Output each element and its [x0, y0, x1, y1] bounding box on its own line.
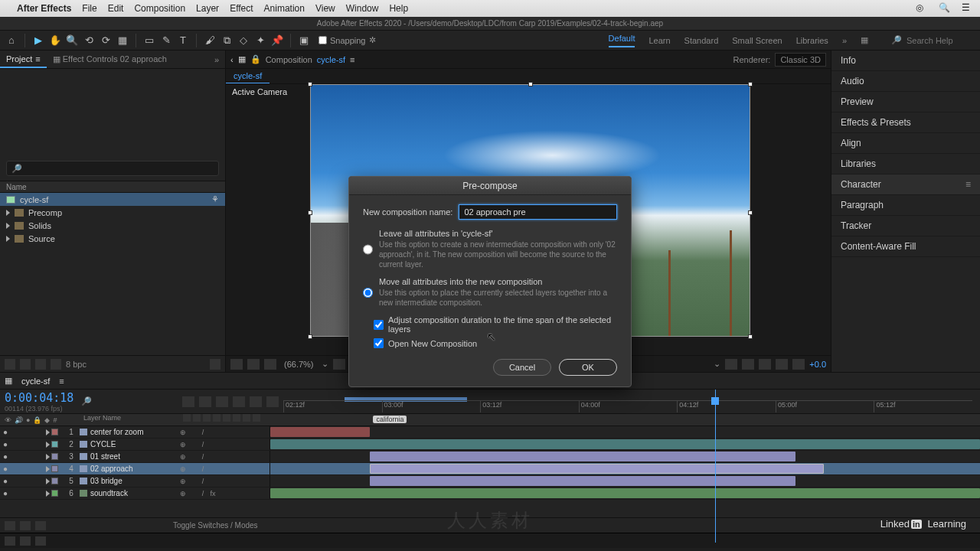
- label-color[interactable]: [51, 478, 58, 484]
- transform-handle[interactable]: [748, 210, 753, 215]
- workspace-learn[interactable]: Learn: [648, 36, 670, 45]
- project-item-precomp[interactable]: Precomp: [0, 206, 225, 219]
- orbit-tool-icon[interactable]: ⟲: [82, 34, 96, 47]
- switch-col-icon[interactable]: [183, 414, 191, 422]
- disclosure-icon[interactable]: [6, 236, 10, 242]
- menu-help[interactable]: Help: [389, 3, 408, 14]
- switch-col-icon[interactable]: [233, 414, 240, 422]
- menu-window[interactable]: Window: [346, 3, 379, 14]
- switch-col-icon[interactable]: [193, 414, 201, 422]
- cc-icon[interactable]: ◎: [916, 2, 928, 15]
- menu-extras-icon[interactable]: ☰: [962, 2, 974, 15]
- disclosure-icon[interactable]: [46, 454, 50, 460]
- menu-animation[interactable]: Animation: [264, 3, 305, 14]
- frame-blend-icon[interactable]: [216, 396, 228, 407]
- menu-effect[interactable]: Effect: [230, 3, 253, 14]
- toggle-switches[interactable]: Toggle Switches / Modes: [173, 521, 258, 530]
- refresh-icon[interactable]: [792, 359, 805, 370]
- brush-tool-icon[interactable]: 🖌: [203, 34, 217, 47]
- workspace-overflow-icon[interactable]: »: [842, 36, 847, 45]
- foot-icon[interactable]: [35, 536, 46, 546]
- tl-zoom-out-icon[interactable]: [20, 521, 31, 530]
- workspace-reset-icon[interactable]: ▦: [861, 35, 868, 45]
- graph-icon[interactable]: [250, 396, 262, 407]
- layer-bar[interactable]: [270, 488, 980, 498]
- layer-track[interactable]: [270, 463, 980, 474]
- menu-view[interactable]: View: [315, 3, 335, 14]
- transform-handle[interactable]: [528, 82, 533, 86]
- layer-row[interactable]: ●2CYCLE⊕/: [0, 439, 980, 451]
- search-help[interactable]: 🔎: [891, 35, 975, 45]
- interpret-icon[interactable]: [5, 359, 15, 370]
- layer-row[interactable]: ●6soundtrack⊕/fx: [0, 487, 980, 500]
- transform-handle[interactable]: [308, 82, 312, 86]
- layer-name[interactable]: CYCLE: [78, 440, 176, 448]
- timeline-search-icon[interactable]: 🔎: [81, 396, 92, 406]
- panel-content-aware-fill[interactable]: Content-Aware Fill: [831, 236, 980, 257]
- menu-edit[interactable]: Edit: [108, 3, 124, 14]
- open-new-comp-checkbox[interactable]: [374, 338, 384, 348]
- playhead[interactable]: [715, 390, 716, 543]
- draft3d-icon[interactable]: [266, 396, 279, 407]
- mask-icon[interactable]: [264, 359, 276, 370]
- snapping-checkbox[interactable]: [318, 36, 327, 44]
- visibility-toggle[interactable]: ●: [0, 465, 11, 473]
- audio-col-icon[interactable]: 🔊: [15, 416, 23, 424]
- project-tab[interactable]: Project ≡: [0, 51, 47, 68]
- project-item-solids[interactable]: Solids: [0, 219, 225, 232]
- panel-effects-presets[interactable]: Effects & Presets: [831, 112, 980, 133]
- bpc-label[interactable]: 8 bpc: [66, 360, 87, 369]
- label-col-icon[interactable]: ◆: [44, 416, 50, 424]
- search-help-input[interactable]: [906, 36, 975, 45]
- comp-name-input[interactable]: [459, 204, 617, 220]
- layer-track[interactable]: [270, 487, 980, 499]
- timecode[interactable]: 0:00:04:18: [5, 391, 74, 405]
- disclosure-icon[interactable]: [46, 429, 50, 435]
- roto-tool-icon[interactable]: ✦: [253, 34, 267, 47]
- disclosure-icon[interactable]: [46, 442, 50, 448]
- clone-tool-icon[interactable]: ⧉: [220, 34, 234, 47]
- text-tool-icon[interactable]: T: [176, 34, 190, 47]
- layer-name[interactable]: center for zoom: [78, 428, 176, 436]
- transform-handle[interactable]: [748, 82, 753, 86]
- shy-icon[interactable]: [199, 396, 211, 407]
- home-icon[interactable]: ⌂: [5, 34, 18, 47]
- ok-button[interactable]: OK: [559, 359, 617, 376]
- zoom-chevron-icon[interactable]: ⌄: [322, 359, 328, 369]
- comp-back-icon[interactable]: ‹: [230, 55, 234, 64]
- alpha-icon[interactable]: [230, 359, 243, 370]
- panel-menu-icon[interactable]: ≡: [350, 55, 354, 64]
- guides-icon[interactable]: [742, 359, 754, 370]
- panel-character[interactable]: Character ≡: [831, 174, 980, 195]
- trash-icon[interactable]: [210, 359, 220, 370]
- flowchart-icon[interactable]: ⚘: [211, 194, 219, 204]
- tl-zoom-in-icon[interactable]: [5, 521, 15, 530]
- layer-bar[interactable]: [270, 439, 980, 449]
- layer-track[interactable]: [270, 475, 980, 487]
- disclosure-icon[interactable]: [46, 478, 50, 484]
- cancel-button[interactable]: Cancel: [493, 359, 551, 376]
- app-name[interactable]: After Effects: [17, 3, 71, 14]
- menu-file[interactable]: File: [82, 3, 96, 14]
- visibility-toggle[interactable]: ●: [0, 428, 11, 436]
- project-col-name[interactable]: Name: [6, 183, 27, 191]
- workspace-libraries[interactable]: Libraries: [796, 36, 828, 45]
- foot-icon[interactable]: [20, 536, 31, 546]
- tl-frame-icon[interactable]: [35, 521, 46, 530]
- spotlight-icon[interactable]: 🔍: [939, 2, 951, 15]
- eraser-tool-icon[interactable]: ◇: [237, 34, 250, 47]
- disclosure-icon[interactable]: [6, 223, 10, 229]
- label-color[interactable]: [51, 490, 58, 497]
- project-search[interactable]: 🔎: [6, 161, 219, 176]
- local-axis-icon[interactable]: ▣: [297, 34, 311, 47]
- hand-tool-icon[interactable]: ✋: [48, 34, 62, 47]
- workspace-standard[interactable]: Standard: [684, 36, 719, 45]
- renderer-dropdown[interactable]: Classic 3D: [775, 53, 826, 67]
- label-color[interactable]: [51, 441, 58, 448]
- new-folder-icon[interactable]: [20, 359, 31, 370]
- camera-icon[interactable]: [776, 359, 788, 370]
- rotate-tool-icon[interactable]: ⟳: [99, 34, 113, 47]
- grid-icon[interactable]: [725, 359, 737, 370]
- color-depth-icon[interactable]: [51, 359, 61, 370]
- disclosure-icon[interactable]: [46, 491, 50, 497]
